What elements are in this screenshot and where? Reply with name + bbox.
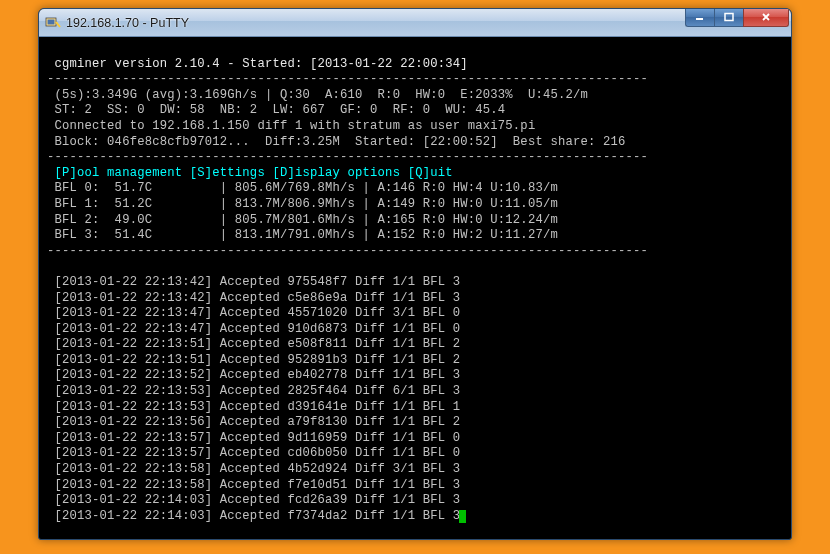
- status-line-2: ST: 2 SS: 0 DW: 58 NB: 2 LW: 667 GF: 0 R…: [47, 103, 505, 117]
- window-title: 192.168.1.70 - PuTTY: [66, 16, 787, 30]
- log-line: [2013-01-22 22:13:52] Accepted eb402778 …: [47, 368, 460, 382]
- log-line: [2013-01-22 22:13:42] Accepted 975548f7 …: [47, 275, 460, 289]
- svg-line-2: [56, 22, 60, 27]
- svg-rect-3: [696, 18, 703, 20]
- log-line: [2013-01-22 22:14:03] Accepted f7374da2 …: [47, 509, 460, 523]
- status-line-1: (5s):3.349G (avg):3.169Gh/s | Q:30 A:610…: [47, 88, 588, 102]
- device-line: BFL 2: 49.0C | 805.7M/801.6Mh/s | A:165 …: [47, 213, 558, 227]
- svg-rect-1: [48, 19, 55, 24]
- terminal-output[interactable]: cgminer version 2.10.4 - Started: [2013-…: [39, 37, 791, 528]
- status-line-3: Connected to 192.168.1.150 diff 1 with s…: [47, 119, 535, 133]
- close-button[interactable]: [743, 8, 789, 27]
- log-line: [2013-01-22 22:13:56] Accepted a79f8130 …: [47, 415, 460, 429]
- divider: ----------------------------------------…: [47, 72, 648, 86]
- maximize-button[interactable]: [714, 8, 743, 27]
- putty-window: 192.168.1.70 - PuTTY cgminer version 2.1…: [38, 8, 792, 540]
- putty-icon: [45, 15, 61, 31]
- menu-line: [P]ool management [S]ettings [D]isplay o…: [47, 166, 453, 180]
- log-line: [2013-01-22 22:13:42] Accepted c5e86e9a …: [47, 291, 460, 305]
- device-line: BFL 1: 51.2C | 813.7M/806.9Mh/s | A:149 …: [47, 197, 558, 211]
- titlebar[interactable]: 192.168.1.70 - PuTTY: [39, 9, 791, 37]
- divider: ----------------------------------------…: [47, 244, 648, 258]
- device-line: BFL 0: 51.7C | 805.6M/769.8Mh/s | A:146 …: [47, 181, 558, 195]
- log-line: [2013-01-22 22:13:57] Accepted cd06b050 …: [47, 446, 460, 460]
- log-line: [2013-01-22 22:13:47] Accepted 910d6873 …: [47, 322, 460, 336]
- header-line: cgminer version 2.10.4 - Started: [2013-…: [47, 57, 468, 71]
- log-line: [2013-01-22 22:13:53] Accepted d391641e …: [47, 400, 460, 414]
- log-line: [2013-01-22 22:13:58] Accepted 4b52d924 …: [47, 462, 460, 476]
- log-line: [2013-01-22 22:14:03] Accepted fcd26a39 …: [47, 493, 460, 507]
- status-line-4: Block: 046fe8c8cfb97012... Diff:3.25M St…: [47, 135, 626, 149]
- terminal-cursor: [459, 510, 466, 523]
- log-line: [2013-01-22 22:13:51] Accepted 952891b3 …: [47, 353, 460, 367]
- log-line: [2013-01-22 22:13:51] Accepted e508f811 …: [47, 337, 460, 351]
- log-line: [2013-01-22 22:13:57] Accepted 9d116959 …: [47, 431, 460, 445]
- log-line: [2013-01-22 22:13:47] Accepted 45571020 …: [47, 306, 460, 320]
- minimize-button[interactable]: [685, 8, 714, 27]
- divider: ----------------------------------------…: [47, 150, 648, 164]
- log-line: [2013-01-22 22:13:53] Accepted 2825f464 …: [47, 384, 460, 398]
- device-line: BFL 3: 51.4C | 813.1M/791.0Mh/s | A:152 …: [47, 228, 558, 242]
- window-controls: [685, 8, 789, 27]
- svg-rect-4: [725, 14, 733, 21]
- log-line: [2013-01-22 22:13:58] Accepted f7e10d51 …: [47, 478, 460, 492]
